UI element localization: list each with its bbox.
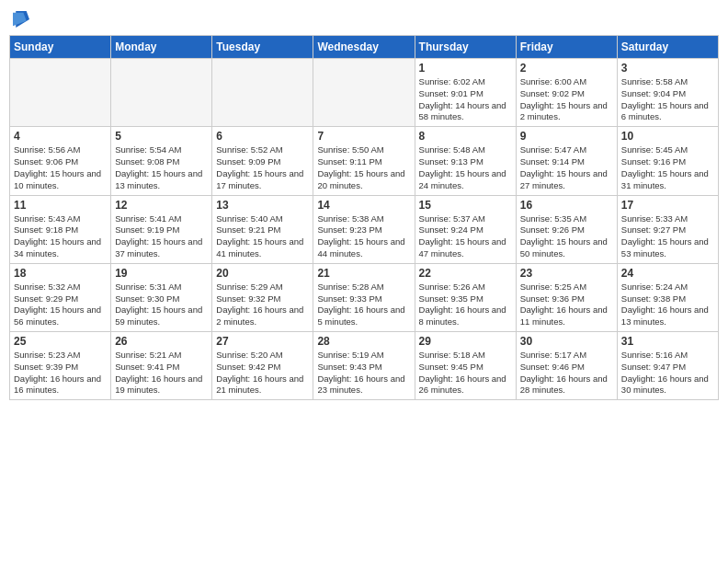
day-info: Sunrise: 5:58 AMSunset: 9:04 PMDaylight:… bbox=[621, 76, 714, 123]
calendar-cell: 29Sunrise: 5:18 AMSunset: 9:45 PMDayligh… bbox=[415, 332, 516, 400]
day-number: 1 bbox=[419, 62, 512, 75]
logo-icon bbox=[13, 9, 29, 29]
day-number: 14 bbox=[317, 199, 410, 212]
calendar-cell: 10Sunrise: 5:45 AMSunset: 9:16 PMDayligh… bbox=[617, 127, 718, 195]
day-number: 28 bbox=[317, 335, 410, 348]
calendar-week-row: 11Sunrise: 5:43 AMSunset: 9:18 PMDayligh… bbox=[10, 195, 719, 263]
page-header bbox=[9, 9, 719, 29]
calendar-cell bbox=[10, 59, 111, 127]
day-number: 13 bbox=[216, 199, 309, 212]
day-info: Sunrise: 5:41 AMSunset: 9:19 PMDaylight:… bbox=[115, 213, 208, 260]
day-info: Sunrise: 5:52 AMSunset: 9:09 PMDaylight:… bbox=[216, 144, 309, 191]
day-number: 16 bbox=[520, 199, 613, 212]
day-info: Sunrise: 5:56 AMSunset: 9:06 PMDaylight:… bbox=[14, 144, 107, 191]
calendar-cell: 24Sunrise: 5:24 AMSunset: 9:38 PMDayligh… bbox=[617, 263, 718, 331]
weekday-header: Wednesday bbox=[313, 36, 415, 59]
calendar-cell: 8Sunrise: 5:48 AMSunset: 9:13 PMDaylight… bbox=[415, 127, 516, 195]
calendar-cell: 2Sunrise: 6:00 AMSunset: 9:02 PMDaylight… bbox=[516, 59, 617, 127]
calendar-cell: 28Sunrise: 5:19 AMSunset: 9:43 PMDayligh… bbox=[313, 332, 415, 400]
calendar-cell: 11Sunrise: 5:43 AMSunset: 9:18 PMDayligh… bbox=[10, 195, 111, 263]
calendar-cell: 19Sunrise: 5:31 AMSunset: 9:30 PMDayligh… bbox=[111, 263, 212, 331]
day-number: 22 bbox=[419, 267, 512, 280]
calendar-cell: 6Sunrise: 5:52 AMSunset: 9:09 PMDaylight… bbox=[212, 127, 313, 195]
day-info: Sunrise: 5:29 AMSunset: 9:32 PMDaylight:… bbox=[216, 282, 309, 328]
day-number: 25 bbox=[14, 335, 107, 348]
weekday-header: Sunday bbox=[10, 36, 111, 59]
day-info: Sunrise: 5:16 AMSunset: 9:47 PMDaylight:… bbox=[621, 350, 714, 396]
day-info: Sunrise: 5:28 AMSunset: 9:33 PMDaylight:… bbox=[317, 282, 410, 328]
calendar-week-row: 25Sunrise: 5:23 AMSunset: 9:39 PMDayligh… bbox=[10, 332, 719, 400]
calendar-cell: 25Sunrise: 5:23 AMSunset: 9:39 PMDayligh… bbox=[10, 332, 111, 400]
day-info: Sunrise: 5:47 AMSunset: 9:14 PMDaylight:… bbox=[520, 144, 613, 191]
day-number: 12 bbox=[115, 199, 208, 212]
logo bbox=[13, 9, 33, 29]
day-info: Sunrise: 5:54 AMSunset: 9:08 PMDaylight:… bbox=[115, 144, 208, 191]
day-number: 11 bbox=[14, 199, 107, 212]
day-info: Sunrise: 5:32 AMSunset: 9:29 PMDaylight:… bbox=[14, 282, 107, 328]
day-number: 8 bbox=[419, 130, 512, 143]
day-info: Sunrise: 5:26 AMSunset: 9:35 PMDaylight:… bbox=[419, 282, 512, 328]
calendar-cell: 7Sunrise: 5:50 AMSunset: 9:11 PMDaylight… bbox=[313, 127, 415, 195]
day-number: 30 bbox=[520, 335, 613, 348]
calendar-cell bbox=[111, 59, 212, 127]
calendar-cell: 4Sunrise: 5:56 AMSunset: 9:06 PMDaylight… bbox=[10, 127, 111, 195]
weekday-header-row: SundayMondayTuesdayWednesdayThursdayFrid… bbox=[10, 36, 719, 59]
day-info: Sunrise: 5:21 AMSunset: 9:41 PMDaylight:… bbox=[115, 350, 208, 396]
calendar-cell: 9Sunrise: 5:47 AMSunset: 9:14 PMDaylight… bbox=[516, 127, 617, 195]
day-number: 15 bbox=[419, 199, 512, 212]
calendar-week-row: 4Sunrise: 5:56 AMSunset: 9:06 PMDaylight… bbox=[10, 127, 719, 195]
day-number: 21 bbox=[317, 267, 410, 280]
day-info: Sunrise: 5:50 AMSunset: 9:11 PMDaylight:… bbox=[317, 144, 410, 191]
weekday-header: Monday bbox=[111, 36, 212, 59]
calendar-cell: 20Sunrise: 5:29 AMSunset: 9:32 PMDayligh… bbox=[212, 263, 313, 331]
day-info: Sunrise: 6:00 AMSunset: 9:02 PMDaylight:… bbox=[520, 76, 613, 123]
calendar-cell: 18Sunrise: 5:32 AMSunset: 9:29 PMDayligh… bbox=[10, 263, 111, 331]
day-info: Sunrise: 6:02 AMSunset: 9:01 PMDaylight:… bbox=[419, 76, 512, 123]
calendar-cell: 3Sunrise: 5:58 AMSunset: 9:04 PMDaylight… bbox=[617, 59, 718, 127]
day-info: Sunrise: 5:18 AMSunset: 9:45 PMDaylight:… bbox=[419, 350, 512, 396]
weekday-header: Saturday bbox=[617, 36, 718, 59]
calendar-cell: 16Sunrise: 5:35 AMSunset: 9:26 PMDayligh… bbox=[516, 195, 617, 263]
day-info: Sunrise: 5:37 AMSunset: 9:24 PMDaylight:… bbox=[419, 213, 512, 260]
day-info: Sunrise: 5:31 AMSunset: 9:30 PMDaylight:… bbox=[115, 282, 208, 328]
day-info: Sunrise: 5:48 AMSunset: 9:13 PMDaylight:… bbox=[419, 144, 512, 191]
calendar-week-row: 18Sunrise: 5:32 AMSunset: 9:29 PMDayligh… bbox=[10, 263, 719, 331]
calendar-cell: 22Sunrise: 5:26 AMSunset: 9:35 PMDayligh… bbox=[415, 263, 516, 331]
calendar-cell: 30Sunrise: 5:17 AMSunset: 9:46 PMDayligh… bbox=[516, 332, 617, 400]
day-number: 27 bbox=[216, 335, 309, 348]
calendar-cell: 14Sunrise: 5:38 AMSunset: 9:23 PMDayligh… bbox=[313, 195, 415, 263]
calendar-table: SundayMondayTuesdayWednesdayThursdayFrid… bbox=[9, 35, 719, 400]
calendar-week-row: 1Sunrise: 6:02 AMSunset: 9:01 PMDaylight… bbox=[10, 59, 719, 127]
calendar-cell: 27Sunrise: 5:20 AMSunset: 9:42 PMDayligh… bbox=[212, 332, 313, 400]
day-info: Sunrise: 5:40 AMSunset: 9:21 PMDaylight:… bbox=[216, 213, 309, 260]
day-number: 26 bbox=[115, 335, 208, 348]
calendar-cell: 12Sunrise: 5:41 AMSunset: 9:19 PMDayligh… bbox=[111, 195, 212, 263]
weekday-header: Tuesday bbox=[212, 36, 313, 59]
day-info: Sunrise: 5:33 AMSunset: 9:27 PMDaylight:… bbox=[621, 213, 714, 260]
calendar-cell: 31Sunrise: 5:16 AMSunset: 9:47 PMDayligh… bbox=[617, 332, 718, 400]
day-info: Sunrise: 5:43 AMSunset: 9:18 PMDaylight:… bbox=[14, 213, 107, 260]
day-number: 23 bbox=[520, 267, 613, 280]
day-number: 24 bbox=[621, 267, 714, 280]
day-info: Sunrise: 5:35 AMSunset: 9:26 PMDaylight:… bbox=[520, 213, 613, 260]
calendar-cell: 23Sunrise: 5:25 AMSunset: 9:36 PMDayligh… bbox=[516, 263, 617, 331]
calendar-cell: 15Sunrise: 5:37 AMSunset: 9:24 PMDayligh… bbox=[415, 195, 516, 263]
day-info: Sunrise: 5:38 AMSunset: 9:23 PMDaylight:… bbox=[317, 213, 410, 260]
day-info: Sunrise: 5:17 AMSunset: 9:46 PMDaylight:… bbox=[520, 350, 613, 396]
calendar-cell bbox=[313, 59, 415, 127]
calendar-cell bbox=[212, 59, 313, 127]
day-number: 31 bbox=[621, 335, 714, 348]
day-number: 10 bbox=[621, 130, 714, 143]
calendar-cell: 5Sunrise: 5:54 AMSunset: 9:08 PMDaylight… bbox=[111, 127, 212, 195]
day-info: Sunrise: 5:25 AMSunset: 9:36 PMDaylight:… bbox=[520, 282, 613, 328]
day-number: 18 bbox=[14, 267, 107, 280]
day-number: 29 bbox=[419, 335, 512, 348]
calendar-cell: 1Sunrise: 6:02 AMSunset: 9:01 PMDaylight… bbox=[415, 59, 516, 127]
weekday-header: Thursday bbox=[415, 36, 516, 59]
calendar-cell: 13Sunrise: 5:40 AMSunset: 9:21 PMDayligh… bbox=[212, 195, 313, 263]
day-info: Sunrise: 5:23 AMSunset: 9:39 PMDaylight:… bbox=[14, 350, 107, 396]
day-number: 3 bbox=[621, 62, 714, 75]
day-number: 2 bbox=[520, 62, 613, 75]
day-number: 17 bbox=[621, 199, 714, 212]
day-info: Sunrise: 5:20 AMSunset: 9:42 PMDaylight:… bbox=[216, 350, 309, 396]
